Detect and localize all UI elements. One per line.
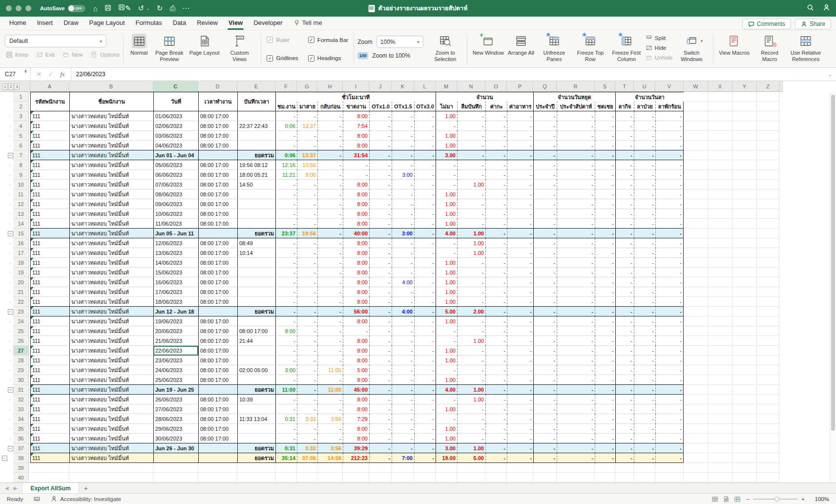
cell-K38[interactable]: 7:00 <box>392 453 414 463</box>
cell-L24[interactable]: - <box>414 316 436 326</box>
cell-N28[interactable]: - <box>457 356 485 365</box>
cell-I3[interactable]: 8:00 <box>343 111 369 121</box>
tab-tell-me[interactable]: Tell me <box>293 19 322 30</box>
cell-L8[interactable]: - <box>414 160 436 170</box>
cell-U4[interactable]: - <box>634 121 655 131</box>
cell-P21[interactable]: - <box>507 287 533 297</box>
cell-R20[interactable]: - <box>557 277 595 287</box>
cell[interactable] <box>732 414 757 424</box>
ribbon-tab-review[interactable]: Review <box>197 19 218 30</box>
cell[interactable] <box>757 453 779 463</box>
cell-E30[interactable] <box>237 375 275 385</box>
cell-B18[interactable]: นางสาวทดสอบ ไทม์มิ้นท์ <box>69 258 153 268</box>
cell-S3[interactable]: - <box>595 111 615 121</box>
zoom-percentage[interactable]: 100% <box>811 496 829 502</box>
normal-view-status-icon[interactable] <box>711 496 718 503</box>
cell-H13[interactable]: - <box>317 209 343 219</box>
cell-I30[interactable]: 8:00 <box>343 375 369 385</box>
cell-C38[interactable] <box>153 453 198 463</box>
cell-J7[interactable]: - <box>369 150 392 160</box>
row-header-22[interactable]: 22 <box>13 297 29 307</box>
table-header-U[interactable]: ลาป่วย <box>634 102 655 111</box>
cell-E10[interactable]: 14:50 <box>237 180 275 189</box>
cell-L31[interactable]: - <box>414 385 436 395</box>
row-header-37[interactable]: 37 <box>13 443 29 453</box>
cell-P6[interactable]: - <box>507 141 533 150</box>
unfreeze-panes-button[interactable]: ✳Unfreeze Panes <box>536 32 572 62</box>
cell-G32[interactable]: - <box>297 395 317 404</box>
table-header-F[interactable]: ชม.งาน <box>275 102 297 111</box>
cell-N3[interactable]: - <box>457 111 485 121</box>
cell-N30[interactable]: - <box>457 375 485 385</box>
cell-V3[interactable]: - <box>655 111 684 121</box>
cell-C28[interactable]: 23/06/2023 <box>153 356 198 365</box>
cell-O5[interactable]: - <box>485 131 507 141</box>
cell-G9[interactable]: 9:00 <box>297 170 317 180</box>
cell[interactable] <box>757 170 779 180</box>
cell-D30[interactable]: 08:00 17:00 <box>198 375 237 385</box>
row-header-11[interactable]: 11 <box>13 189 29 199</box>
cell-O40[interactable] <box>485 473 507 483</box>
cell-E6[interactable] <box>237 141 275 150</box>
cell-B28[interactable]: นางสาวทดสอบ ไทม์มิ้นท์ <box>69 356 153 365</box>
cell-I31[interactable]: 45:00 <box>343 385 369 395</box>
cell[interactable] <box>732 160 757 170</box>
cell-K35[interactable]: - <box>392 424 414 434</box>
undo-dropdown-icon[interactable]: ⌄ <box>146 6 150 11</box>
cell-P35[interactable]: - <box>507 424 533 434</box>
cell[interactable] <box>757 365 779 375</box>
table-header-N[interactable]: ลืมบันทึก <box>457 102 485 111</box>
cell-L39[interactable] <box>414 463 436 473</box>
cell-Q12[interactable]: - <box>533 199 557 209</box>
cell-P37[interactable]: - <box>507 443 533 453</box>
cell-T30[interactable]: - <box>615 375 634 385</box>
cell-K26[interactable]: - <box>392 336 414 346</box>
column-header-Y[interactable]: Y <box>732 81 757 92</box>
cell-H22[interactable]: - <box>317 297 343 307</box>
cell-R24[interactable]: - <box>557 316 595 326</box>
cell-U37[interactable]: - <box>634 443 655 453</box>
cell-J21[interactable]: - <box>369 287 392 297</box>
cell-U5[interactable]: - <box>634 131 655 141</box>
cell[interactable] <box>684 424 708 434</box>
row-header-36[interactable]: 36 <box>13 434 29 443</box>
table-header-H[interactable]: กลับก่อน <box>317 102 343 111</box>
cell-K36[interactable]: - <box>392 434 414 443</box>
cell-R32[interactable]: - <box>557 395 595 404</box>
cell-C7[interactable]: Jun 01 - Jun 04 <box>153 150 198 160</box>
cell-S35[interactable]: - <box>595 424 615 434</box>
cell-A40[interactable] <box>30 473 69 483</box>
cell-G16[interactable]: - <box>297 238 317 248</box>
column-header-T[interactable]: T <box>615 81 634 92</box>
cell-G36[interactable]: - <box>297 434 317 443</box>
cell-P3[interactable]: - <box>507 111 533 121</box>
zoom-window-button[interactable] <box>25 5 31 11</box>
cell-F13[interactable]: - <box>275 209 297 219</box>
row-header-40[interactable]: 40 <box>13 473 29 483</box>
cell-E7[interactable]: ยอดรวม <box>237 150 275 160</box>
cell-S15[interactable]: - <box>595 229 615 238</box>
cell-G5[interactable]: - <box>297 131 317 141</box>
cell-V39[interactable] <box>655 463 684 473</box>
cell[interactable] <box>757 248 779 258</box>
cell-D11[interactable]: 08:00 17:00 <box>198 189 237 199</box>
cell[interactable] <box>732 92 757 102</box>
cell[interactable] <box>684 150 708 160</box>
cell-O30[interactable]: - <box>485 375 507 385</box>
formula-input[interactable]: 22/06/2023 <box>71 71 105 78</box>
column-header-H[interactable]: H <box>317 81 343 92</box>
cell-K21[interactable]: - <box>392 287 414 297</box>
cell-A11[interactable]: 111 <box>30 189 69 199</box>
cell-J36[interactable]: - <box>369 434 392 443</box>
cell[interactable] <box>732 199 757 209</box>
cell-S37[interactable]: - <box>595 443 615 453</box>
cell-O37[interactable]: - <box>485 443 507 453</box>
cell-H37[interactable]: 3:56 <box>317 443 343 453</box>
cell-I23[interactable]: 56:00 <box>343 307 369 316</box>
cell[interactable] <box>708 434 732 443</box>
cell-H30[interactable]: - <box>317 375 343 385</box>
name-box[interactable]: C27 ▲▼ <box>0 68 30 81</box>
cell-N9[interactable]: - <box>457 170 485 180</box>
cell-L13[interactable]: - <box>414 209 436 219</box>
cell-F39[interactable] <box>275 463 297 473</box>
